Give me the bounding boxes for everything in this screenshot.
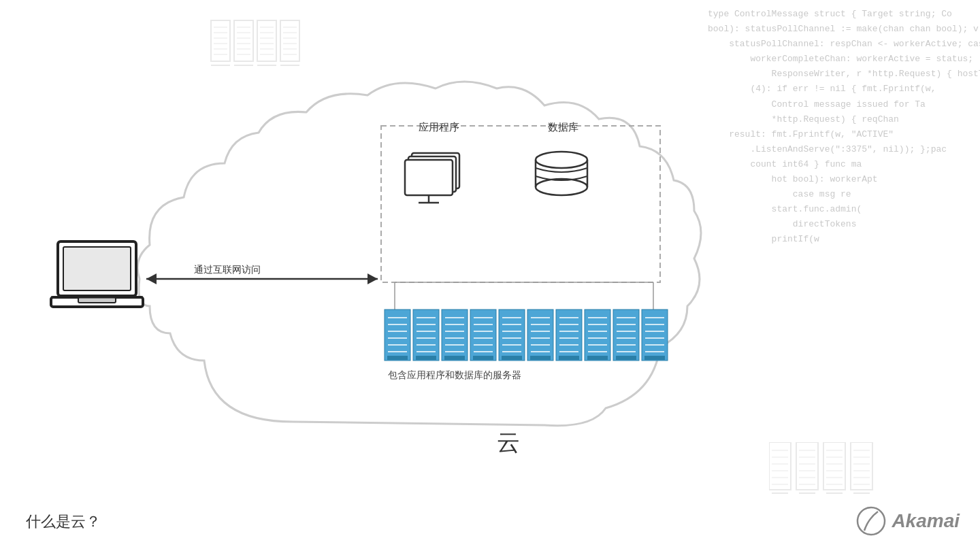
svg-rect-64	[444, 356, 465, 360]
bottom-title: 什么是云？	[26, 512, 101, 532]
faded-servers-bottomright	[769, 442, 892, 517]
server-description-label: 包含应用程序和数据库的服务器	[388, 369, 521, 382]
svg-rect-7	[234, 20, 253, 61]
svg-rect-34	[405, 160, 453, 195]
database-icon	[536, 152, 587, 195]
arrow-right	[368, 273, 378, 284]
laptop-icon	[51, 241, 143, 307]
svg-rect-0	[211, 20, 230, 61]
svg-rect-14	[257, 20, 276, 61]
cloud-label: 云	[497, 427, 520, 458]
svg-rect-120	[644, 356, 665, 360]
database-label: 数据库	[548, 121, 578, 134]
svg-rect-122	[63, 247, 131, 290]
app-program-label: 应用程序	[419, 121, 459, 134]
app-program-icon	[405, 153, 459, 203]
svg-rect-72	[473, 356, 493, 360]
svg-point-38	[536, 179, 587, 195]
svg-rect-135	[796, 442, 818, 490]
svg-rect-80	[502, 356, 522, 360]
svg-rect-151	[851, 442, 872, 490]
svg-rect-21	[280, 20, 299, 61]
svg-rect-127	[769, 442, 791, 490]
internet-access-label: 通过互联网访问	[194, 264, 261, 276]
svg-rect-56	[416, 356, 436, 360]
app-db-box	[381, 126, 660, 282]
svg-point-37	[536, 152, 587, 168]
svg-rect-112	[616, 356, 636, 360]
akamai-text: Akamai	[892, 510, 960, 532]
svg-rect-104	[587, 356, 608, 360]
main-diagram	[0, 0, 749, 551]
svg-rect-48	[387, 356, 408, 360]
svg-rect-143	[823, 442, 845, 490]
server-rack-row	[385, 310, 668, 361]
svg-rect-88	[530, 356, 551, 360]
svg-rect-96	[559, 356, 579, 360]
arrow-left	[146, 273, 157, 284]
